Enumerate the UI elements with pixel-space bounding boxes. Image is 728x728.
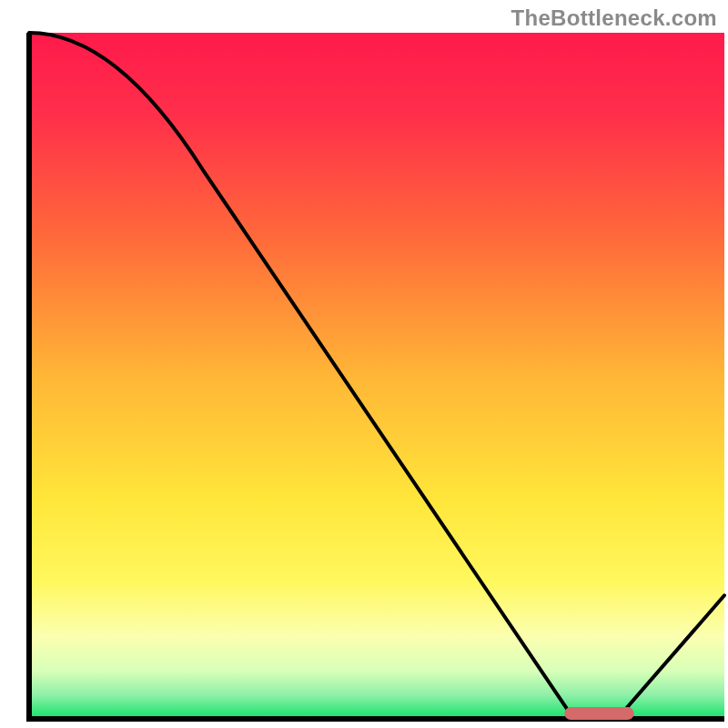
bottleneck-chart: TheBottleneck.com <box>0 0 728 728</box>
plot-background <box>29 33 724 719</box>
optimal-marker <box>564 707 633 720</box>
chart-svg <box>0 0 728 728</box>
attribution-text: TheBottleneck.com <box>511 5 717 31</box>
